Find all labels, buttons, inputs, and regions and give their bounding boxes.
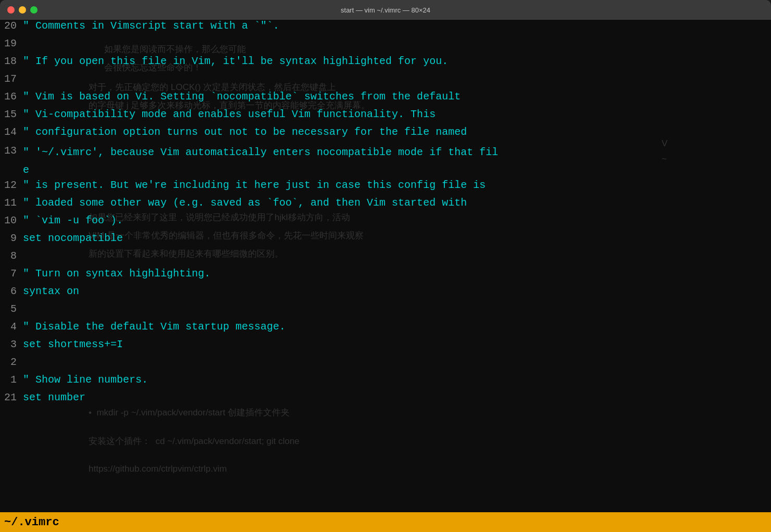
line-number: 3 <box>2 338 23 350</box>
traffic-lights <box>7 6 38 14</box>
vim-line-12: 12 " is present. But we're including it … <box>0 179 771 197</box>
maximize-button[interactable] <box>30 6 38 14</box>
line-number: 21 <box>2 391 23 403</box>
line-content: " Comments in Vimscript start with a `"`… <box>23 20 279 32</box>
line-content: syntax on <box>23 285 79 297</box>
line-number: 5 <box>2 303 23 315</box>
vim-line-19: 19 <box>0 37 771 55</box>
vim-line-4: 4 " Disable the default Vim startup mess… <box>0 321 771 338</box>
vim-line-20: 20 " Comments in Vimscript start with a … <box>0 20 771 37</box>
vim-line-7: 7 " Turn on syntax highlighting. <box>0 268 771 285</box>
line-number: 6 <box>2 285 23 297</box>
line-number: 10 <box>2 214 23 226</box>
line-number: 14 <box>2 126 23 138</box>
close-button[interactable] <box>7 6 15 14</box>
line-number: 19 <box>2 37 23 49</box>
line-content: " is present. But we're including it her… <box>23 179 486 191</box>
line-number: 7 <box>2 268 23 280</box>
vim-line-21: 21 set number <box>0 391 771 409</box>
vim-line-3: 3 set shortmess+=I <box>0 338 771 356</box>
line-number: 8 <box>2 250 23 262</box>
line-number: 17 <box>2 73 23 85</box>
vim-line-9: 9 set nocompatible <box>0 232 771 250</box>
vim-line-1: 1 " Show line numbers. <box>0 374 771 391</box>
line-content: " configuration option turns out not to … <box>23 126 467 138</box>
line-content: " Turn on syntax highlighting. <box>23 268 210 280</box>
line-number: 16 <box>2 91 23 103</box>
line-content: set nocompatible <box>23 232 123 244</box>
window-title: start — vim ~/.vimrc — 80×24 <box>341 6 430 14</box>
minimize-button[interactable] <box>19 6 26 14</box>
vim-line-13: 13 " '~/.vimrc', because Vim automatical… <box>0 144 771 179</box>
line-number: 18 <box>2 55 23 67</box>
line-content: " Vim is based on Vi. Setting `nocompati… <box>23 91 461 103</box>
vim-line-5: 5 <box>0 303 771 321</box>
vim-line-10: 10 " `vim -u foo`). <box>0 214 771 232</box>
terminal[interactable]: 如果您是阅读而不操作，那么您可能 会很快忘忘这些命令的！ 对于，先正确定您的 L… <box>0 20 771 532</box>
statusbar: ~/.vimrc <box>0 512 771 532</box>
line-content: " Show line numbers. <box>23 374 148 386</box>
line-number: 1 <box>2 374 23 386</box>
line-number: 11 <box>2 197 23 209</box>
line-content: " If you open this file in Vim, it'll be… <box>23 55 448 67</box>
line-content: " '~/.vimrc', because Vim automatically … <box>23 144 498 179</box>
line-number: 9 <box>2 232 23 244</box>
vim-line-15: 15 " Vi-compatibility mode and enables u… <box>0 108 771 126</box>
vim-line-8: 8 <box>0 250 771 268</box>
statusbar-filename: ~/.vimrc <box>4 516 59 529</box>
vim-line-11: 11 " loaded some other way (e.g. saved a… <box>0 197 771 214</box>
vim-line-14: 14 " configuration option turns out not … <box>0 126 771 144</box>
line-content: " loaded some other way (e.g. saved as `… <box>23 197 467 209</box>
line-content: " Disable the default Vim startup messag… <box>23 321 285 333</box>
line-content: set shortmess+=I <box>23 338 123 350</box>
line-number: 20 <box>2 20 23 32</box>
line-number: 12 <box>2 179 23 191</box>
vim-editor[interactable]: 20 " Comments in Vimscript start with a … <box>0 20 771 532</box>
line-number: 4 <box>2 321 23 333</box>
vim-line-2: 2 <box>0 356 771 374</box>
vim-line-6: 6 syntax on <box>0 285 771 303</box>
line-content: " Vi-compatibility mode and enables usef… <box>23 108 436 120</box>
line-content: " `vim -u foo`). <box>23 214 123 226</box>
line-content: set number <box>23 391 85 403</box>
line-number: 13 <box>2 144 23 157</box>
line-number: 15 <box>2 108 23 120</box>
vim-line-16: 16 " Vim is based on Vi. Setting `nocomp… <box>0 91 771 108</box>
vim-line-18: 18 " If you open this file in Vim, it'll… <box>0 55 771 73</box>
line-number: 2 <box>2 356 23 368</box>
titlebar: start — vim ~/.vimrc — 80×24 <box>0 0 771 20</box>
vim-line-17: 17 <box>0 73 771 91</box>
